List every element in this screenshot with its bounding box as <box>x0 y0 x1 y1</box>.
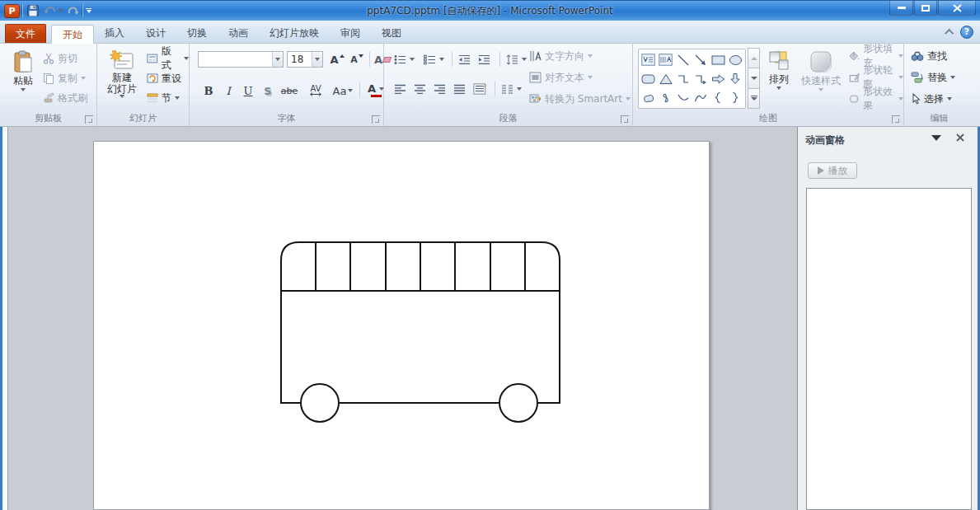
shape-curve-icon[interactable] <box>692 88 709 107</box>
tab-review[interactable]: 审阅 <box>330 24 371 43</box>
align-text-button[interactable]: 对齐文本 <box>529 68 593 87</box>
tab-home[interactable]: 开始 <box>51 25 94 44</box>
tab-animations[interactable]: 动画 <box>218 24 259 43</box>
increase-indent-button[interactable] <box>478 50 490 68</box>
layout-button[interactable]: 版式 <box>147 49 189 68</box>
shrink-font-button[interactable]: A <box>348 50 366 68</box>
decrease-indent-button[interactable] <box>458 50 471 68</box>
shape-outline-button[interactable]: 形状轮廓 <box>849 68 903 87</box>
font-size-dropdown[interactable] <box>312 52 322 67</box>
shape-right-arrow-icon[interactable] <box>710 69 727 88</box>
bus-drawing[interactable] <box>94 142 710 510</box>
font-dialog-launcher[interactable] <box>372 115 380 124</box>
change-case-button[interactable]: Aa <box>331 82 354 100</box>
tab-file[interactable]: 文件 <box>5 24 46 43</box>
new-slide-button[interactable]: 新建 幻灯片 <box>103 48 141 98</box>
animation-list[interactable] <box>806 188 972 510</box>
shape-elbow-connector-icon[interactable] <box>674 69 692 88</box>
font-name-combobox[interactable] <box>198 51 284 68</box>
shape-down-arrow-icon[interactable] <box>727 69 744 88</box>
shape-gallery[interactable] <box>638 49 746 109</box>
text-shadow-button[interactable]: S <box>259 82 277 100</box>
paragraph-dialog-launcher[interactable] <box>621 115 629 124</box>
align-center-button[interactable] <box>414 80 426 98</box>
slide-canvas[interactable] <box>93 141 710 510</box>
animation-pane-menu-icon[interactable] <box>931 135 941 141</box>
shape-rounded-rectangle-icon[interactable] <box>640 69 657 88</box>
clipboard-dialog-launcher[interactable] <box>85 115 93 124</box>
numbering-button[interactable] <box>424 50 444 68</box>
grow-font-button[interactable]: A <box>328 50 346 68</box>
italic-button[interactable]: I <box>219 82 237 100</box>
shape-arrow-icon[interactable] <box>692 50 709 69</box>
minimize-button[interactable] <box>889 1 913 16</box>
copy-button[interactable]: 复制 <box>43 69 86 87</box>
gallery-scroll-down-button[interactable] <box>748 68 760 88</box>
gallery-more-button[interactable] <box>748 88 760 109</box>
collapse-ribbon-icon[interactable] <box>945 29 954 38</box>
drawing-dialog-launcher[interactable] <box>892 115 900 124</box>
justify-button[interactable] <box>453 80 466 98</box>
line-spacing-button[interactable] <box>506 50 527 68</box>
shape-line-icon[interactable] <box>674 50 692 69</box>
convert-smartart-button[interactable]: 转换为 SmartArt <box>529 90 631 108</box>
align-right-button[interactable] <box>434 80 446 98</box>
format-painter-button[interactable]: 格式刷 <box>43 89 87 107</box>
section-button[interactable]: 节 <box>147 89 180 107</box>
tab-design[interactable]: 设计 <box>135 24 176 43</box>
character-spacing-button[interactable]: AV <box>303 82 328 100</box>
quick-styles-button[interactable]: 快速样式 <box>798 48 844 91</box>
shape-scribble-icon[interactable] <box>657 88 674 107</box>
shape-fill-button[interactable]: 形状填充 <box>849 47 903 65</box>
columns-button[interactable] <box>501 80 522 98</box>
cut-button[interactable]: 剪切 <box>43 49 77 68</box>
shape-oval-icon[interactable] <box>727 50 744 69</box>
shape-textbox-icon[interactable] <box>640 50 657 69</box>
close-icon <box>954 132 966 143</box>
paragraph-group-label: 段落 <box>384 112 632 124</box>
layout-label: 版式 <box>162 44 181 73</box>
shape-vertical-textbox-icon[interactable] <box>657 50 674 69</box>
help-button[interactable]: ? <box>960 26 973 39</box>
shape-arc-icon[interactable] <box>674 88 692 107</box>
slides-pane-splitter[interactable] <box>0 127 8 510</box>
align-left-icon <box>394 84 406 95</box>
find-button[interactable]: 查找 <box>911 47 947 65</box>
select-button[interactable]: 选择 <box>911 90 952 108</box>
align-left-button[interactable] <box>394 80 406 98</box>
play-button[interactable]: 播放 <box>808 162 857 179</box>
font-size-combobox[interactable]: 18 <box>287 51 323 68</box>
shape-right-brace-icon[interactable] <box>727 88 744 107</box>
shape-elbow-arrow-connector-icon[interactable] <box>692 69 709 88</box>
paste-icon <box>12 50 34 73</box>
tab-view[interactable]: 视图 <box>371 24 412 43</box>
bullets-button[interactable] <box>394 50 415 68</box>
editing-group-label: 编辑 <box>904 112 974 124</box>
underline-button[interactable]: U <box>239 82 257 100</box>
tab-transitions[interactable]: 切换 <box>176 24 218 43</box>
arrange-button[interactable]: 排列 <box>763 48 795 90</box>
maximize-button[interactable] <box>914 1 937 16</box>
tab-slideshow[interactable]: 幻灯片放映 <box>259 24 330 43</box>
shape-triangle-icon[interactable] <box>657 69 674 88</box>
shape-rectangle-icon[interactable] <box>710 50 727 69</box>
font-name-dropdown[interactable] <box>272 52 283 67</box>
close-button[interactable] <box>938 1 976 16</box>
bus-left-wheel[interactable] <box>301 384 339 422</box>
distribute-text-button[interactable] <box>473 80 486 98</box>
paste-button[interactable]: 粘贴 <box>7 48 40 91</box>
shape-effects-button[interactable]: 形状效果 <box>849 90 903 108</box>
reset-button[interactable]: 重设 <box>147 69 181 87</box>
strikethrough-button[interactable]: abe <box>279 82 300 100</box>
shape-freeform-icon[interactable] <box>640 88 657 107</box>
bus-right-wheel[interactable] <box>499 384 537 422</box>
replace-label: 替换 <box>927 71 947 85</box>
text-direction-button[interactable]: 文字方向 <box>529 47 593 65</box>
format-painter-icon <box>43 92 54 104</box>
replace-button[interactable]: 替换 <box>911 68 955 87</box>
gallery-scroll-up-button[interactable] <box>748 48 760 68</box>
shape-left-brace-icon[interactable] <box>710 88 727 107</box>
bold-button[interactable]: B <box>199 82 218 100</box>
tab-insert[interactable]: 插入 <box>94 24 135 43</box>
animation-pane-close-button[interactable] <box>954 132 966 143</box>
